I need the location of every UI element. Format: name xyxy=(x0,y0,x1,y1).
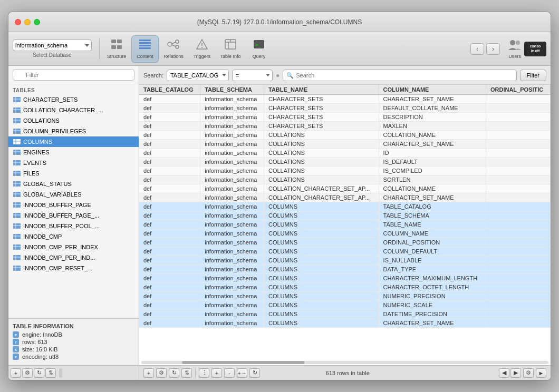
add-table-button[interactable]: + xyxy=(11,368,21,378)
sidebar-item-table[interactable]: GLOBAL_STATUS xyxy=(8,179,139,189)
table-row[interactable]: definformation_schemaCOLUMNSTABLE_NAME xyxy=(139,220,551,229)
sidebar-item-table[interactable]: INNODB_BUFFER_PAGE xyxy=(8,200,139,210)
svg-point-23 xyxy=(516,41,520,45)
refresh-sidebar-button[interactable]: ↻ xyxy=(34,368,44,378)
sidebar-item-table[interactable]: INNODB_CMP xyxy=(8,231,139,242)
delete-row-button[interactable]: - xyxy=(224,368,235,378)
sidebar-item-table[interactable]: GLOBAL_VARIABLES xyxy=(8,189,139,200)
column-header[interactable]: COLUMN_NAME xyxy=(379,85,486,95)
structure-button[interactable]: Structure xyxy=(103,35,130,63)
svg-line-12 xyxy=(172,45,176,46)
table-row[interactable]: definformation_schemaCHARACTER_SETSMAXLE… xyxy=(139,122,551,131)
sidebar-item-table[interactable]: COLUMN_PRIVILEGES xyxy=(8,126,139,136)
close-button[interactable] xyxy=(15,19,21,25)
forward-button[interactable]: › xyxy=(486,43,500,55)
table-row[interactable]: definformation_schemaCOLUMNSTABLE_CATALO… xyxy=(139,202,551,211)
column-header[interactable]: TABLE_CATALOG xyxy=(139,85,200,95)
table-row[interactable]: definformation_schemaCOLUMNSCHARACTER_OC… xyxy=(139,283,551,292)
column-width-button[interactable]: ⋮ xyxy=(199,368,209,378)
sidebar-item-table[interactable]: COLUMNS xyxy=(8,136,139,147)
table-row[interactable]: definformation_schemaCOLLATION_CHARACTER… xyxy=(139,184,551,193)
table-cell: information_schema xyxy=(200,140,264,149)
maximize-button[interactable] xyxy=(34,19,40,25)
relations-button[interactable]: Relations xyxy=(160,35,187,63)
table-row[interactable]: definformation_schemaCOLUMNSIS_NULLABLE xyxy=(139,256,551,265)
back-button[interactable]: ‹ xyxy=(470,43,484,55)
scrollbar-thumb xyxy=(182,361,304,364)
table-cell: COLLATION_NAME xyxy=(379,131,486,140)
duplicate-row-button[interactable]: +→ xyxy=(237,368,247,378)
table-cell: information_schema xyxy=(200,283,264,292)
filter-input[interactable] xyxy=(13,69,134,81)
sidebar-item-table[interactable]: INNODB_BUFFER_POOL_... xyxy=(8,221,139,231)
table-row[interactable]: definformation_schemaCOLUMNSNUMERIC_PREC… xyxy=(139,292,551,301)
table-row[interactable]: definformation_schemaCOLUMNSCOLUMN_NAME xyxy=(139,229,551,238)
search-value-icon: 🔍 xyxy=(286,72,294,79)
table-row[interactable]: definformation_schemaCOLUMNSDATA_TYPE xyxy=(139,265,551,274)
insert-row-button[interactable]: + xyxy=(211,368,222,378)
sidebar-item-table[interactable]: FILES xyxy=(8,168,139,179)
query-button[interactable]: >_ Query xyxy=(245,35,273,63)
content-button[interactable]: Content xyxy=(131,35,159,63)
console-button[interactable]: console off xyxy=(524,42,546,56)
encoding-info: encoding: utf8 xyxy=(22,354,59,360)
refresh-button[interactable]: ↻ xyxy=(169,368,179,378)
refresh2-button[interactable]: ↻ xyxy=(249,368,260,378)
table-row[interactable]: definformation_schemaCOLUMNSTABLE_SCHEMA xyxy=(139,211,551,220)
triggers-button[interactable]: Triggers xyxy=(188,35,216,63)
table-row[interactable]: definformation_schemaCOLUMNSNUMERIC_SCAL… xyxy=(139,301,551,310)
table-row[interactable]: definformation_schemaCOLUMNSCHARACTER_SE… xyxy=(139,319,551,328)
table-row[interactable]: definformation_schemaCHARACTER_SETSDEFAU… xyxy=(139,104,551,113)
table-cell: DATETIME_PRECISION xyxy=(379,310,486,319)
table-row[interactable]: definformation_schemaCOLLATIONSCHARACTER… xyxy=(139,140,551,149)
table-row[interactable]: definformation_schemaCOLLATION_CHARACTER… xyxy=(139,193,551,202)
settings-button[interactable]: ⚙ xyxy=(22,368,33,378)
sidebar-item-table[interactable]: INNODB_CMP_PER_INDEX xyxy=(8,242,139,252)
scroll-right-button[interactable]: ▶ xyxy=(510,368,521,378)
table-row[interactable]: definformation_schemaCOLUMNSCHARACTER_MA… xyxy=(139,274,551,283)
add-row-button[interactable]: + xyxy=(143,368,154,378)
minimize-button[interactable] xyxy=(24,19,31,25)
table-row[interactable]: definformation_schemaCHARACTER_SETSCHARA… xyxy=(139,95,551,104)
users-button[interactable]: Users xyxy=(507,38,522,59)
table-cell: information_schema xyxy=(200,158,264,166)
table-row[interactable]: definformation_schemaCHARACTER_SETSDESCR… xyxy=(139,113,551,122)
end-button[interactable]: ► xyxy=(536,368,546,378)
table-row[interactable]: definformation_schemaCOLUMNSCOLUMN_DEFAU… xyxy=(139,247,551,256)
search-value-input[interactable] xyxy=(283,70,516,81)
search-operator-select[interactable]: = != LIKE NOT LIKE xyxy=(232,70,273,81)
table-row[interactable]: definformation_schemaCOLLATIONSID xyxy=(139,149,551,158)
sidebar-item-table[interactable]: ENGINES xyxy=(8,147,139,158)
table-row[interactable]: definformation_schemaCOLLATIONSCOLLATION… xyxy=(139,131,551,140)
column-header[interactable]: TABLE_SCHEMA xyxy=(200,85,264,95)
table-row[interactable]: definformation_schemaCOLLATIONSSORTLEN xyxy=(139,175,551,184)
sidebar-item-table[interactable]: COLLATION_CHARACTER_... xyxy=(8,105,139,115)
table-row[interactable]: definformation_schemaCOLUMNSDATETIME_PRE… xyxy=(139,310,551,319)
sidebar-item-table[interactable]: INNODB_BUFFER_PAGE_... xyxy=(8,210,139,221)
search-field-select[interactable]: TABLE_CATALOG TABLE_SCHEMA TABLE_NAME CO… xyxy=(167,70,229,81)
horizontal-scrollbar[interactable] xyxy=(141,361,548,364)
column-header[interactable]: ORDINAL_POSITIC xyxy=(486,85,550,95)
column-header[interactable]: TABLE_NAME xyxy=(264,85,379,95)
more-options-button[interactable]: ⚙ xyxy=(523,368,534,378)
data-table-wrap[interactable]: TABLE_CATALOGTABLE_SCHEMATABLE_NAMECOLUM… xyxy=(139,85,551,360)
export-sidebar-button[interactable]: ⇅ xyxy=(45,368,56,378)
sidebar-item-table[interactable]: EVENTS xyxy=(8,158,139,168)
table-row[interactable]: definformation_schemaCOLUMNSORDINAL_POSI… xyxy=(139,238,551,247)
scroll-left-button[interactable]: ◀ xyxy=(499,368,509,378)
svg-rect-60 xyxy=(13,223,21,229)
table-cell: COLUMNS xyxy=(264,292,379,301)
svg-rect-36 xyxy=(13,139,21,144)
sidebar-item-table[interactable]: INNODB_CMP_PER_IND... xyxy=(8,252,139,263)
sidebar-item-table[interactable]: INNODB_CMP_RESET_... xyxy=(8,263,139,273)
search-bar: Search: TABLE_CATALOG TABLE_SCHEMA TABLE… xyxy=(139,66,551,85)
sidebar-item-table[interactable]: COLLATIONS xyxy=(8,115,139,126)
table-row[interactable]: definformation_schemaCOLLATIONSIS_COMPIL… xyxy=(139,166,551,175)
table-info-button[interactable]: Table Info xyxy=(217,35,244,63)
table-row[interactable]: definformation_schemaCOLLATIONSIS_DEFAUL… xyxy=(139,158,551,166)
export-button[interactable]: ⇅ xyxy=(181,368,192,378)
sidebar-item-table[interactable]: CHARACTER_SETS xyxy=(8,94,139,105)
database-select[interactable]: information_schema xyxy=(13,40,92,51)
table-settings-button[interactable]: ⚙ xyxy=(156,368,167,378)
filter-button[interactable]: Filter xyxy=(520,70,546,81)
